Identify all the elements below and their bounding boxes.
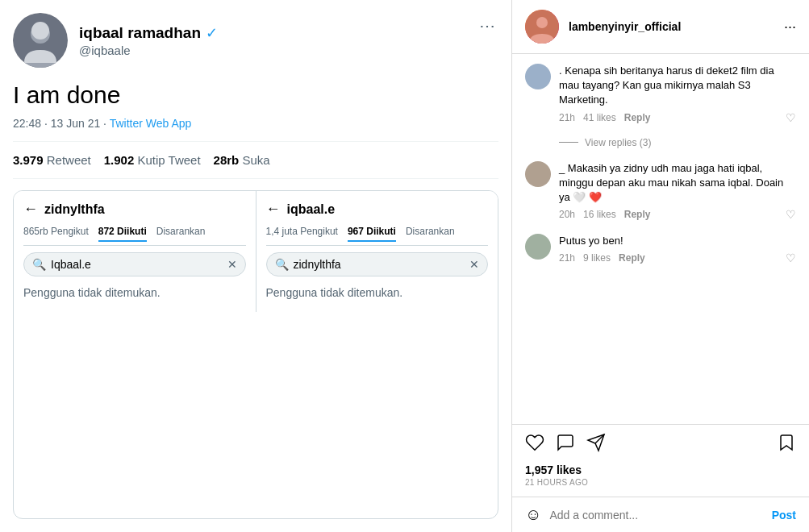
tweet-app[interactable]: Twitter Web App <box>110 117 192 130</box>
comment-avatar-3 <box>525 234 551 260</box>
profile-handle: @iqbaale <box>79 44 476 57</box>
svg-point-3 <box>31 22 49 39</box>
ig-actions: 1,957 likes 21 HOURS AGO <box>512 424 809 497</box>
ig-username: lambenyinyir_official <box>569 20 774 33</box>
comment-avatar-2 <box>525 161 551 187</box>
comment-block-3: Putus yo ben! 21h 9 likes Reply ♡ <box>525 234 796 264</box>
comment-block-1: . Kenapa sih beritanya harus di deket2 f… <box>525 64 796 124</box>
tweet-meta: 22:48 · 13 Jun 21 · Twitter Web App <box>13 117 498 130</box>
profile-header: iqbaal ramadhan ✓ @iqbaale ⋯ <box>13 13 498 68</box>
comment-reply-button-3[interactable]: Reply <box>619 252 645 264</box>
add-comment-input[interactable] <box>549 509 763 522</box>
profile-name-row: iqbaal ramadhan ✓ <box>79 24 476 42</box>
share-icon[interactable] <box>586 433 606 457</box>
comments-area[interactable]: . Kenapa sih beritanya harus di deket2 f… <box>512 54 809 424</box>
search-box-left[interactable]: 🔍 ✕ <box>23 252 246 276</box>
unfollow-header-right: ← iqbaal.e <box>266 201 489 218</box>
comment-reply-button-1[interactable]: Reply <box>624 112 651 123</box>
back-arrow-left[interactable]: ← <box>23 201 38 218</box>
stat-disarankan-left[interactable]: Disarankan <box>156 226 206 242</box>
clear-button-right[interactable]: ✕ <box>469 258 479 271</box>
unfollow-section: ← zidnylthfa 865rb Pengikut 872 Diikuti … <box>14 191 498 312</box>
comment-likes-1: 41 likes <box>583 112 616 123</box>
unfollow-header-left: ← zidnylthfa <box>23 201 246 218</box>
ig-more-button[interactable]: ··· <box>784 19 796 35</box>
comment-likes-2: 16 likes <box>583 209 616 220</box>
unfollow-username-left: zidnylthfa <box>44 202 105 217</box>
stat-disarankan-right[interactable]: Disarankan <box>406 226 455 242</box>
not-found-left: Pengguna tidak ditemukan. <box>23 283 246 302</box>
unfollow-username-right: iqbaal.e <box>287 202 336 217</box>
comment-meta-1: 21h 41 likes Reply ♡ <box>559 111 796 124</box>
tweet-screenshot: ← zidnylthfa 865rb Pengikut 872 Diikuti … <box>13 190 498 519</box>
likes-count: 1,957 likes <box>525 463 796 476</box>
comment-body-2: _ Makasih ya zidny udh mau jaga hati iqb… <box>559 161 796 222</box>
comment-text-1: . Kenapa sih beritanya harus di deket2 f… <box>559 64 796 108</box>
comment-time-1: 21h <box>559 112 575 123</box>
back-arrow-right[interactable]: ← <box>266 201 281 218</box>
stat-pengikut-right: 1,4 juta Pengikut <box>266 226 338 242</box>
like-icon[interactable] <box>525 433 544 457</box>
stat-diikuti-left[interactable]: 872 Diikuti <box>98 226 147 242</box>
add-comment-row: ☺ Post <box>512 497 809 532</box>
kutip-count: 1.902 Kutip Tweet <box>104 153 201 167</box>
clear-button-left[interactable]: ✕ <box>227 258 237 271</box>
search-input-left[interactable] <box>51 258 223 271</box>
view-replies-1[interactable]: View replies (3) <box>559 137 796 148</box>
comment-time-3: 21h <box>559 252 575 264</box>
suka-count: 28rb Suka <box>214 153 270 167</box>
comment-icon[interactable] <box>556 433 575 457</box>
comment-body-3: Putus yo ben! 21h 9 likes Reply ♡ <box>559 234 796 264</box>
comment-likes-3: 9 likes <box>583 252 611 264</box>
divider-1 <box>13 141 498 142</box>
comment-meta-3: 21h 9 likes Reply ♡ <box>559 251 796 264</box>
retweet-count: 3.979 Retweet <box>13 153 91 167</box>
comment-body-1: . Kenapa sih beritanya harus di deket2 f… <box>559 64 796 124</box>
right-panel: lambenyinyir_official ··· . Kenapa sih b… <box>512 0 809 532</box>
bookmark-icon[interactable] <box>777 433 796 457</box>
comment-heart-3[interactable]: ♡ <box>786 251 796 264</box>
search-icon-left: 🔍 <box>32 258 46 271</box>
unfollow-col-right: ← iqbaal.e 1,4 juta Pengikut 967 Diikuti… <box>256 191 498 312</box>
tweet-time: 22:48 · 13 Jun 21 · <box>13 117 110 130</box>
time-ago: 21 HOURS AGO <box>525 478 796 487</box>
avatar <box>13 13 68 68</box>
profile-name: iqbaal ramadhan <box>79 24 201 42</box>
ig-avatar-img <box>525 10 559 44</box>
verified-badge: ✓ <box>206 24 218 42</box>
unfollow-col-left: ← zidnylthfa 865rb Pengikut 872 Diikuti … <box>14 191 256 312</box>
stat-diikuti-right[interactable]: 967 Diikuti <box>348 226 396 242</box>
divider-2 <box>13 178 498 179</box>
comment-text-2: _ Makasih ya zidny udh mau jaga hati iqb… <box>559 161 796 206</box>
search-icon-right: 🔍 <box>275 258 289 271</box>
svg-point-5 <box>536 17 548 28</box>
comment-avatar-1 <box>525 64 551 89</box>
action-icons <box>525 433 796 457</box>
comment-time-2: 20h <box>559 209 575 220</box>
search-box-right[interactable]: 🔍 ✕ <box>266 252 489 276</box>
not-found-right: Pengguna tidak ditemukan. <box>266 283 489 302</box>
comment-reply-button-2[interactable]: Reply <box>624 209 651 220</box>
stats-mini-right: 1,4 juta Pengikut 967 Diikuti Disarankan <box>266 226 489 246</box>
comment-meta-2: 20h 16 likes Reply ♡ <box>559 208 796 221</box>
ig-avatar <box>525 10 559 44</box>
post-button[interactable]: Post <box>772 509 796 522</box>
profile-info: iqbaal ramadhan ✓ @iqbaale <box>79 24 476 57</box>
more-options-button[interactable]: ⋯ <box>476 13 498 39</box>
emoji-button[interactable]: ☺ <box>525 505 541 524</box>
comment-heart-2[interactable]: ♡ <box>786 208 796 221</box>
tweet-text: I am done <box>13 79 498 110</box>
comment-block-2: _ Makasih ya zidny udh mau jaga hati iqb… <box>525 161 796 222</box>
comment-text-3: Putus yo ben! <box>559 234 796 248</box>
ig-header: lambenyinyir_official ··· <box>512 0 809 54</box>
stats-row: 3.979 Retweet 1.902 Kutip Tweet 28rb Suk… <box>13 153 498 167</box>
comment-heart-1[interactable]: ♡ <box>786 111 796 124</box>
stats-mini-left: 865rb Pengikut 872 Diikuti Disarankan <box>23 226 246 246</box>
search-input-right[interactable] <box>294 258 465 271</box>
stat-pengikut-left: 865rb Pengikut <box>23 226 89 242</box>
left-panel: iqbaal ramadhan ✓ @iqbaale ⋯ I am done 2… <box>0 0 512 532</box>
